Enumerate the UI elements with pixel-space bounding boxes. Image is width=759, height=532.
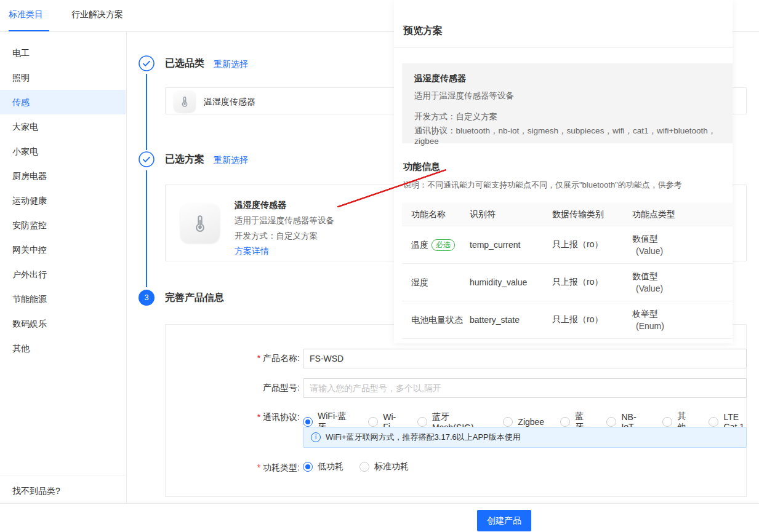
radio-icon [560,417,570,427]
protocol-label: *通讯协议: [220,412,300,423]
product-name-input[interactable] [303,349,747,368]
col-header-identifier: 识别符 [470,209,552,220]
radio-icon [368,417,378,427]
step1-check-icon [139,55,155,71]
dp-identifier: temp_current [470,240,552,250]
radio-low-power[interactable]: 低功耗 [303,461,343,472]
summary-name: 温湿度传感器 [414,73,720,84]
radio-icon [606,417,616,427]
protocol-hint-text: WiFi+蓝牙联网方式，推荐搭配3.17.6以上APP版本使用 [326,432,521,443]
product-model-input[interactable] [303,378,747,398]
sidebar-item-anfangjiankong[interactable]: 安防监控 [0,213,126,237]
required-asterisk: * [257,353,260,363]
function-info-note: 说明：不同通讯能力可能支持功能点不同，仅展示"bluetooth"的功能点，供参… [403,180,682,191]
dp-transfer: 只上报（ro） [552,314,632,325]
function-table-header: 功能名称 识别符 数据传输类别 功能点类型 [402,203,733,226]
function-table: 功能名称 识别符 数据传输类别 功能点类型 温度必选 temp_current … [402,203,733,339]
dp-identifier: humidity_value [470,277,552,287]
required-badge: 必选 [432,239,455,251]
step-connector-2 [146,170,147,287]
dp-name: 湿度 [411,276,428,288]
product-name-label: *产品名称: [220,353,300,364]
function-info-title: 功能信息 [403,161,440,173]
radio-standard-power[interactable]: 标准功耗 [359,461,409,472]
radio-icon [303,462,313,472]
create-product-button[interactable]: 创建产品 [477,510,531,531]
table-row: 湿度 humidity_value 只上报（ro） 数值型(Value) [402,264,733,301]
required-asterisk: * [257,463,260,472]
table-row: 电池电量状态 battery_state 只上报（ro） 枚举型(Enum) [402,301,733,339]
col-header-type: 功能点类型 [632,209,733,220]
radio-icon [662,417,672,427]
tab-standard-category[interactable]: 标准类目 [9,9,43,20]
solution-name: 温湿度传感器 [235,200,286,211]
sidebar-item-qita[interactable]: 其他 [0,336,126,360]
sidebar-item-diangong[interactable]: 电工 [0,41,126,65]
power-type-radio-group: 低功耗 标准功耗 [303,461,409,472]
thermometer-icon [180,204,220,243]
sidebar-item-chufangdianqi[interactable]: 厨房电器 [0,164,126,188]
preview-panel-title: 预览方案 [403,25,443,38]
dp-type: 枚举型(Enum) [632,308,733,332]
power-type-label: *功耗类型: [220,463,300,474]
summary-protocols: 通讯协议：bluetooth，nb-iot，sigmesh，subpieces，… [414,125,720,146]
summary-desc: 适用于温湿度传感器等设备 [414,90,720,101]
step-connector-1 [146,74,147,150]
sidebar-item-shumayule[interactable]: 数码娱乐 [0,311,126,336]
solution-desc: 适用于温湿度传感器等设备 [235,215,334,226]
thermometer-icon [174,90,196,113]
dp-identifier: battery_state [470,315,552,325]
step2-check-icon [139,151,155,167]
sidebar-item-wangguanzhongkong[interactable]: 网关中控 [0,237,126,262]
step3-title: 完善产品信息 [165,292,224,304]
radio-icon [359,462,369,472]
table-row: 温度必选 temp_current 只上报（ro） 数值型(Value) [402,226,733,264]
step2-title: 已选方案 [165,153,204,166]
summary-dev-mode: 开发方式：自定义方案 [414,111,720,122]
protocol-hint-alert: i WiFi+蓝牙联网方式，推荐搭配3.17.6以上APP版本使用 [303,427,747,448]
col-header-transfer: 数据传输类别 [552,209,632,220]
category-sidebar: 电工 照明 传感 大家电 小家电 厨房电器 运动健康 安防监控 网关中控 户外出… [0,32,127,503]
sidebar-item-xiaojiadian[interactable]: 小家电 [0,139,126,164]
solution-dev-mode: 开发方式：自定义方案 [235,231,318,242]
cannot-find-category-link[interactable]: 找不到品类? [0,475,126,497]
col-header-name: 功能名称 [411,209,470,220]
required-asterisk: * [257,412,260,422]
solution-detail-link[interactable]: 方案详情 [235,246,269,257]
page-footer: 创建产品 [0,503,759,532]
selected-category-name: 温湿度传感器 [204,88,255,115]
sidebar-item-jiennengnengyuan[interactable]: 节能能源 [0,287,126,311]
radio-icon [303,417,313,427]
radio-icon [417,417,427,427]
product-model-label: 产品型号: [220,383,300,394]
dp-transfer: 只上报（ro） [552,239,632,250]
radio-icon [709,417,718,427]
dp-type: 数值型(Value) [632,232,733,257]
dp-transfer: 只上报（ro） [552,277,632,288]
radio-zigbee[interactable]: Zigbee [503,417,544,427]
step2-reselect-link[interactable]: 重新选择 [214,155,248,166]
step1-title: 已选品类 [165,57,204,70]
category-list: 电工 照明 传感 大家电 小家电 厨房电器 运动健康 安防监控 网关中控 户外出… [0,41,126,360]
step1-reselect-link[interactable]: 重新选择 [214,59,248,70]
sidebar-item-chuangan[interactable]: 传感 [0,90,126,114]
tab-industry-solution[interactable]: 行业解决方案 [71,9,123,20]
sidebar-item-yundongjiankang[interactable]: 运动健康 [0,188,126,213]
divider [394,47,733,48]
preview-solution-panel: 预览方案 温湿度传感器 适用于温湿度传感器等设备 开发方式：自定义方案 通讯协议… [394,0,733,343]
page: 标准类目 行业解决方案 电工 照明 传感 大家电 小家电 厨房电器 运动健康 安… [0,0,759,532]
dp-name: 温度 [411,239,428,251]
active-tab-underline [9,30,49,31]
step3-number-icon: 3 [139,290,155,306]
dp-name: 电池电量状态 [411,314,463,326]
sidebar-item-huwaichuxing[interactable]: 户外出行 [0,262,126,287]
dp-type: 数值型(Value) [632,270,733,295]
solution-summary-box: 温湿度传感器 适用于温湿度传感器等设备 开发方式：自定义方案 通讯协议：blue… [402,63,733,143]
sidebar-item-zhaoming[interactable]: 照明 [0,65,126,90]
sidebar-item-dajiadian[interactable]: 大家电 [0,114,126,139]
radio-icon [503,417,513,427]
info-icon: i [311,432,321,442]
